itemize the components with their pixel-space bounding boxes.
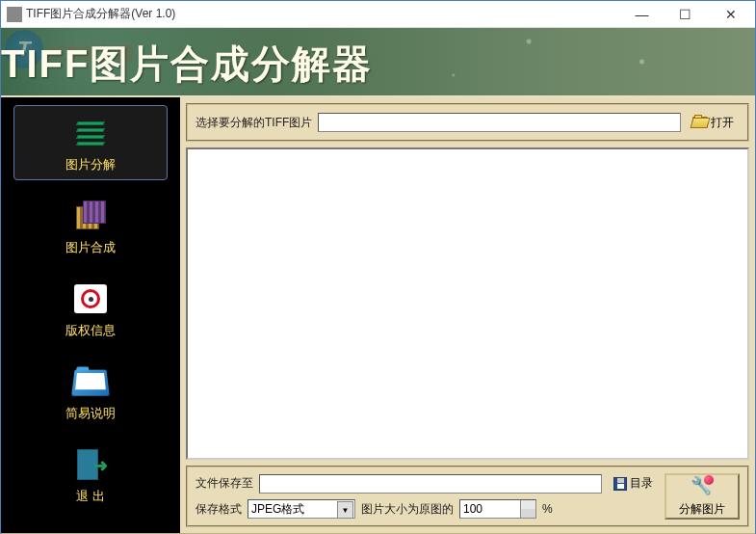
- folder-open-icon: [692, 117, 708, 128]
- directory-button-label: 目录: [630, 475, 653, 492]
- percent-suffix: %: [542, 502, 553, 516]
- sidebar-item-label: 图片合成: [65, 239, 116, 256]
- output-settings: 文件保存至 目录 保存格式 JPEG格式 图片大小为原图的: [196, 473, 659, 520]
- body-area: 图片分解 图片合成 版权信息 简易说明 退 出 选择要分解的TIFF图片: [1, 97, 755, 533]
- save-to-label: 文件保存至: [196, 475, 253, 492]
- maximize-button[interactable]: ☐: [664, 1, 707, 27]
- disk-icon: [613, 477, 627, 491]
- sidebar-item-label: 图片分解: [65, 156, 116, 174]
- window-title: TIFF图片合成分解器(Ver 1.0): [26, 6, 620, 22]
- directory-button[interactable]: 目录: [608, 473, 659, 494]
- format-value: JPEG格式: [251, 501, 304, 518]
- sidebar-item-help[interactable]: 简易说明: [13, 354, 168, 429]
- sidebar-item-compose[interactable]: 图片合成: [13, 188, 168, 263]
- run-button[interactable]: 分解图片: [665, 473, 740, 520]
- main-panel: 选择要分解的TIFF图片 打开 文件保存至 目录: [180, 97, 755, 533]
- copyright-icon: [69, 280, 112, 318]
- titlebar[interactable]: TIFF图片合成分解器(Ver 1.0) — ☐ ✕: [1, 1, 755, 28]
- save-path-input[interactable]: [259, 474, 602, 494]
- run-button-label: 分解图片: [679, 501, 725, 518]
- sidebar-item-label: 简易说明: [65, 405, 116, 422]
- cube-icon: [69, 197, 112, 235]
- select-file-label: 选择要分解的TIFF图片: [196, 115, 312, 131]
- preview-area: [186, 147, 749, 460]
- sidebar-item-exit[interactable]: 退 出: [13, 437, 168, 512]
- exit-icon: [69, 445, 112, 484]
- tool-icon: [691, 475, 714, 498]
- sidebar-item-decompose[interactable]: 图片分解: [13, 105, 168, 180]
- format-label: 保存格式: [196, 501, 242, 518]
- minimize-button[interactable]: —: [620, 1, 664, 27]
- app-window: TIFF图片合成分解器(Ver 1.0) — ☐ ✕ T 河东软件园 TIFF图…: [0, 0, 756, 534]
- open-button-label: 打开: [711, 115, 734, 131]
- size-value: 100: [463, 502, 482, 516]
- window-controls: — ☐ ✕: [620, 1, 755, 27]
- app-icon: [7, 7, 22, 22]
- sidebar-item-label: 退 出: [76, 488, 105, 505]
- source-path-input[interactable]: [318, 113, 681, 132]
- output-panel: 文件保存至 目录 保存格式 JPEG格式 图片大小为原图的: [186, 466, 749, 527]
- input-panel: 选择要分解的TIFF图片 打开: [186, 103, 749, 142]
- size-label: 图片大小为原图的: [361, 501, 454, 518]
- format-select[interactable]: JPEG格式: [248, 499, 355, 519]
- size-stepper[interactable]: 100: [459, 499, 536, 519]
- banner: T 河东软件园 TIFF图片合成分解器: [1, 28, 755, 97]
- open-button[interactable]: 打开: [687, 113, 740, 133]
- banner-title: TIFF图片合成分解器: [1, 38, 373, 91]
- sidebar: 图片分解 图片合成 版权信息 简易说明 退 出: [1, 97, 180, 533]
- close-button[interactable]: ✕: [707, 1, 755, 27]
- sidebar-item-label: 版权信息: [65, 322, 116, 339]
- stack-icon: [69, 114, 112, 152]
- folder-icon: [69, 362, 112, 401]
- sidebar-item-copyright[interactable]: 版权信息: [13, 271, 168, 346]
